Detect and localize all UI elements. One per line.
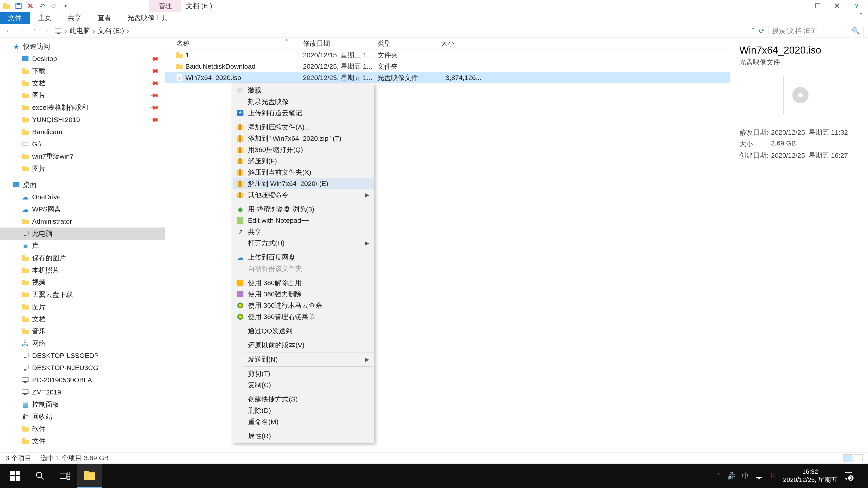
sidebar-item[interactable]: 天翼云盘下载: [0, 289, 165, 301]
context-menu-item[interactable]: 删除(D): [232, 405, 374, 416]
close-button[interactable]: ✕: [832, 2, 842, 9]
refresh-icon[interactable]: ⟳: [759, 27, 765, 35]
redo-icon[interactable]: ⟳: [50, 2, 58, 10]
ribbon-tab-file[interactable]: 文件: [0, 12, 30, 24]
addr-dropdown-icon[interactable]: ˅: [751, 27, 755, 35]
qat-dropdown-icon[interactable]: ▾: [61, 2, 70, 10]
nav-forward-button[interactable]: →: [17, 27, 26, 35]
breadcrumb-pc[interactable]: 此电脑: [70, 26, 90, 35]
sidebar-item[interactable]: 🗑回收站: [0, 411, 165, 423]
context-menu-item[interactable]: 还原以前的版本(V): [232, 339, 374, 351]
sidebar-item[interactable]: 🖧网络: [0, 337, 165, 350]
help-button[interactable]: ?: [851, 2, 862, 9]
context-menu-item[interactable]: 使用 360解除占用: [232, 277, 374, 289]
sidebar-item[interactable]: ZMT2019: [0, 386, 165, 398]
sidebar-item[interactable]: 文档📌: [0, 77, 165, 89]
sidebar-item[interactable]: YUNQISHI2019📌: [0, 113, 165, 126]
network-icon[interactable]: [756, 473, 763, 479]
delete-x-icon[interactable]: ✕: [26, 2, 34, 10]
minimize-button[interactable]: ─: [793, 2, 803, 9]
sidebar-item[interactable]: ▦控制面板: [0, 398, 165, 411]
file-row[interactable]: Win7x64_2020.iso2020/12/25, 星期五 1...光盘映像…: [165, 72, 730, 84]
context-menu-item[interactable]: 剪切(T): [232, 368, 374, 379]
nav-back-button[interactable]: ←: [4, 27, 13, 35]
tray-expand-icon[interactable]: ˄: [717, 472, 720, 480]
ribbon-tab-home[interactable]: 主页: [30, 12, 60, 24]
context-menu-item[interactable]: ☁上传到百度网盘: [232, 252, 374, 263]
sidebar-item[interactable]: G:\: [0, 138, 165, 150]
view-details-button[interactable]: [843, 454, 852, 462]
sidebar-item[interactable]: DESKTOP-LSSOEDP: [0, 350, 165, 362]
context-menu-item[interactable]: 其他压缩命令▶: [232, 189, 374, 201]
context-menu-item[interactable]: 打开方式(H)▶: [232, 237, 374, 249]
sidebar-item[interactable]: 文档: [0, 313, 165, 325]
search-input[interactable]: 搜索"文档 (E:)" 🔍: [769, 26, 864, 36]
sidebar-item[interactable]: 图片: [0, 162, 165, 175]
file-row[interactable]: 12020/12/15, 星期二 1...文件夹: [165, 50, 730, 61]
undo-icon[interactable]: ↶: [38, 2, 46, 10]
search-icon[interactable]: 🔍: [852, 27, 860, 35]
view-icons-button[interactable]: [854, 454, 863, 462]
sidebar-item[interactable]: Desktop📌: [0, 53, 165, 65]
ribbon-tab-share[interactable]: 共享: [60, 12, 90, 24]
search-button[interactable]: [28, 464, 53, 488]
context-menu-item[interactable]: 解压到(F)...: [232, 156, 374, 167]
context-menu-item[interactable]: ◆用 蜂蜜浏览器 浏览(3): [232, 203, 374, 215]
context-menu-item[interactable]: 发送到(N)▶: [232, 354, 374, 365]
sidebar-item[interactable]: ☁WPS网盘: [0, 203, 165, 215]
sidebar-item[interactable]: ▣库: [0, 240, 165, 252]
context-menu-item[interactable]: 通过QQ发送到: [232, 325, 374, 337]
context-menu-item[interactable]: 刻录光盘映像: [232, 96, 374, 107]
sidebar-item[interactable]: win7重装win7: [0, 150, 165, 162]
context-menu-item[interactable]: 创建快捷方式(S): [232, 394, 374, 405]
column-header-type[interactable]: 类型: [377, 39, 441, 48]
action-center-icon[interactable]: 3: [844, 471, 853, 480]
ime-indicator[interactable]: 中: [742, 471, 749, 481]
title-tab-manage[interactable]: 管理: [149, 0, 181, 12]
sidebar-item[interactable]: Bandicam: [0, 126, 165, 138]
context-menu-item[interactable]: 使用 360管理右键菜单: [232, 311, 374, 322]
context-menu-item[interactable]: 使用 360进行木马云查杀: [232, 300, 374, 311]
sidebar-item[interactable]: Administrator: [0, 215, 165, 228]
column-header-modified[interactable]: 修改日期: [303, 39, 377, 48]
explorer-taskbar-button[interactable]: [77, 464, 102, 488]
sidebar-item[interactable]: PC-20190530OBLA: [0, 374, 165, 386]
context-menu-item[interactable]: 属性(R): [232, 430, 374, 442]
column-header-size[interactable]: 大小: [441, 39, 486, 48]
sidebar-item[interactable]: 音乐: [0, 325, 165, 337]
context-menu-item[interactable]: ↗共享: [232, 226, 374, 237]
column-header-name[interactable]: 名称: [176, 39, 303, 48]
save-icon[interactable]: [14, 2, 23, 10]
sidebar-item[interactable]: excel表格制作求和📌: [0, 101, 165, 113]
context-menu-item[interactable]: Edit with Notepad++: [232, 215, 374, 226]
sidebar-desktop-root[interactable]: 桌面: [0, 179, 165, 191]
sidebar-item[interactable]: ☁OneDrive: [0, 191, 165, 203]
nav-up-button[interactable]: ↑: [42, 27, 51, 35]
start-button[interactable]: [3, 464, 28, 488]
taskbar-clock[interactable]: 16:32 2020/12/25, 星期五: [783, 468, 837, 484]
breadcrumb-drive[interactable]: 文档 (E:): [98, 26, 124, 35]
context-menu-item[interactable]: 重命名(M): [232, 416, 374, 427]
sidebar-item[interactable]: 图片: [0, 301, 165, 313]
context-menu-item[interactable]: 装载: [232, 85, 374, 96]
nav-history-dropdown[interactable]: ˅: [30, 27, 38, 35]
context-menu-item[interactable]: 添加到 "Win7x64_2020.zip" (T): [232, 133, 374, 144]
context-menu-item[interactable]: 用360压缩打开(Q): [232, 144, 374, 156]
task-view-button[interactable]: [53, 464, 77, 488]
context-menu-item[interactable]: 解压到 Win7x64_2020\ (E): [232, 178, 374, 189]
sidebar-item[interactable]: 视频: [0, 276, 165, 289]
sidebar-quick-access[interactable]: ★快速访问: [0, 40, 165, 53]
context-menu-item[interactable]: 解压到当前文件夹(X): [232, 167, 374, 178]
file-row[interactable]: BaiduNetdiskDownload2020/12/25, 星期五 1...…: [165, 61, 730, 72]
sidebar-item[interactable]: 此电脑: [0, 228, 165, 240]
sidebar-item[interactable]: DESKTOP-NJEU3CG: [0, 362, 165, 374]
sidebar-item[interactable]: 图片📌: [0, 89, 165, 101]
breadcrumb[interactable]: › 此电脑 › 文档 (E:) ›: [55, 26, 747, 35]
context-menu-item[interactable]: 使用 360强力删除: [232, 289, 374, 300]
sidebar-item[interactable]: 软件: [0, 423, 165, 435]
ribbon-expand-icon[interactable]: ˅: [854, 12, 868, 24]
sidebar-item[interactable]: 下载📌: [0, 65, 165, 77]
context-menu-item[interactable]: 复制(C): [232, 379, 374, 391]
context-menu-item[interactable]: 添加到压缩文件(A)...: [232, 122, 374, 133]
context-menu-item[interactable]: 上传到有道云笔记: [232, 107, 374, 119]
